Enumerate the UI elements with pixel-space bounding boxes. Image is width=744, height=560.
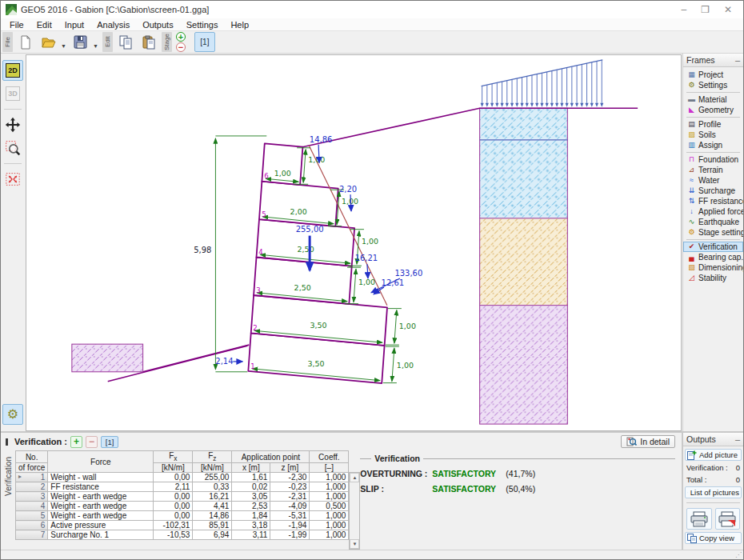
frames-item-foundation[interactable]: ⊓Foundation: [683, 154, 743, 165]
project-icon: ▦: [687, 71, 696, 78]
terrain-icon: ⊿: [687, 166, 696, 174]
table-row[interactable]: 4Weight - earth wedge0,004,412,53-4,090,…: [16, 502, 349, 511]
maximize-window-icon[interactable]: ❒: [701, 4, 710, 15]
frames-item-profile[interactable]: ▤Profile: [683, 119, 743, 130]
save-file-button[interactable]: [70, 32, 91, 52]
save-icon: [74, 35, 87, 49]
in-detail-icon: [626, 437, 637, 446]
table-row[interactable]: 3Weight - earth wedge0,0016,213,05-2,311…: [16, 492, 349, 502]
drawing-canvas[interactable]: 5,98 3,50 3,50 2,50 2,50 2,00 1,00 1: [26, 54, 682, 431]
remove-stage-button[interactable]: −: [176, 42, 186, 52]
table-scrollbar[interactable]: ▲ ▼: [349, 472, 360, 550]
frames-item-stage-settings[interactable]: ⚙Stage settings: [683, 227, 743, 238]
close-window-icon[interactable]: ✕: [724, 4, 732, 15]
frames-item-earthquake[interactable]: ∿Earthquake: [683, 217, 743, 227]
menu-analysis[interactable]: Analysis: [91, 20, 135, 30]
pan-button[interactable]: [2, 114, 23, 135]
frames-item-stability[interactable]: ◿Stability: [683, 273, 743, 283]
open-file-button[interactable]: [38, 32, 59, 52]
paste-button[interactable]: [138, 32, 159, 52]
scroll-up-icon[interactable]: ▲: [350, 473, 359, 482]
view-2d-button[interactable]: 2D: [2, 60, 23, 81]
assign-icon: ▥: [687, 142, 696, 149]
in-detail-button[interactable]: In detail: [621, 435, 675, 448]
table-row[interactable]: ▸1Weight - wall0,00255,001,61-2,301,000: [16, 473, 349, 482]
copy-view-button[interactable]: Copy view: [685, 532, 742, 544]
width-label-4: 2,50: [298, 245, 314, 254]
panel-grip[interactable]: [6, 438, 8, 446]
block-number-2: 2: [253, 324, 257, 332]
add-stage-button[interactable]: +: [176, 32, 186, 42]
height-label-2: 1,00: [399, 322, 416, 330]
bearing-icon: ▄: [687, 254, 696, 261]
menu-file[interactable]: File: [4, 20, 30, 30]
menu-edit[interactable]: Edit: [31, 20, 58, 30]
frames-minimize-icon[interactable]: –: [735, 57, 740, 63]
stage-1-button[interactable]: [1]: [194, 32, 215, 52]
frames-item-dimensioning[interactable]: ▧Dimensioning: [683, 262, 743, 273]
print-preview-button[interactable]: [715, 508, 741, 530]
menu-help[interactable]: Help: [225, 20, 254, 30]
frames-item-bearing-cap-[interactable]: ▄Bearing cap.: [683, 252, 743, 262]
width-label-2: 3,50: [310, 321, 327, 330]
frames-item-settings[interactable]: ⚙Settings: [683, 80, 743, 90]
verification-header-label: Verification :: [14, 437, 67, 446]
col-header-fx: Fx: [154, 451, 193, 463]
outputs-minimize-icon[interactable]: –: [735, 436, 740, 442]
fit-to-view-button[interactable]: [2, 169, 23, 190]
frames-item-verification[interactable]: ✔Verification: [683, 242, 743, 252]
col-header-application-point: Application point: [232, 451, 310, 463]
foundation-icon: ⊓: [687, 156, 696, 163]
surcharge-icon: ⇊: [687, 187, 696, 194]
frames-item-terrain[interactable]: ⊿Terrain: [683, 165, 743, 175]
outputs-title: Outputs: [686, 434, 716, 444]
copy-button[interactable]: [115, 32, 136, 52]
frames-item-water[interactable]: ≈Water: [683, 175, 743, 186]
gear-icon: ⚙: [7, 408, 18, 421]
ff-resistance-icon: ⇅: [687, 198, 696, 205]
col-header-no: No.: [16, 451, 48, 463]
frames-item-assign[interactable]: ▥Assign: [683, 140, 743, 150]
table-row[interactable]: 6Active pressure-102,3185,913,18-1,941,0…: [16, 521, 349, 530]
zoom-button[interactable]: [2, 138, 23, 158]
height-label-3: 1,00: [358, 278, 375, 286]
frames-item-applied-forces[interactable]: ↓Applied forces: [683, 206, 743, 217]
table-row[interactable]: 5Weight - earth wedge0,0014,861,84-5,311…: [16, 511, 349, 521]
geometry-icon: ◣: [687, 106, 696, 114]
force-label-surcharge: 12,61: [382, 278, 405, 287]
list-of-pictures-button[interactable]: List of pictures: [685, 486, 742, 498]
app-window: GEO5 2016 - Gabion [C:\Gabion\screen-01.…: [0, 0, 744, 560]
view-3d-button[interactable]: 3D: [2, 83, 23, 104]
resize-grip-icon[interactable]: ⋰: [735, 552, 743, 558]
menu-input[interactable]: Input: [59, 20, 90, 30]
verification-stage-button[interactable]: [1]: [101, 436, 118, 448]
frames-item-surcharge[interactable]: ⇊Surcharge: [683, 186, 743, 196]
add-verification-button[interactable]: +: [70, 436, 82, 448]
scroll-down-icon[interactable]: ▼: [350, 539, 359, 549]
open-dropdown-icon[interactable]: ▼: [61, 43, 66, 49]
width-label-3: 2,50: [294, 283, 311, 292]
drawing-settings-button[interactable]: ⚙: [2, 404, 23, 425]
frames-item-soils[interactable]: ▨Soils: [683, 130, 743, 140]
verification-side-tab[interactable]: Verification: [1, 449, 15, 550]
height-label-1: 1,00: [397, 361, 414, 370]
menu-outputs[interactable]: Outputs: [137, 20, 179, 30]
add-picture-button[interactable]: Add picture: [685, 449, 742, 461]
frames-item-ff-resistance[interactable]: ⇅FF resistance: [683, 196, 743, 206]
copy-icon: [118, 35, 133, 50]
save-dropdown-icon[interactable]: ▼: [93, 43, 98, 49]
minimize-window-icon[interactable]: –: [681, 4, 686, 15]
stage-settings-icon: ⚙: [687, 229, 696, 236]
frames-item-geometry[interactable]: ◣Geometry: [683, 105, 743, 115]
main-toolbar: File ▼ ▼ Edit: [1, 30, 743, 54]
frames-item-project[interactable]: ▦Project: [683, 70, 743, 80]
table-row[interactable]: 7Surcharge No. 1-10,536,943,11-1,991,000: [16, 530, 349, 540]
toolbar-group-file-label: File: [2, 32, 13, 52]
table-row[interactable]: 2FF resistance2,110,330,02-0,231,000: [16, 482, 349, 492]
remove-verification-button[interactable]: −: [86, 436, 98, 448]
frames-item-material[interactable]: ▬Material: [683, 94, 743, 105]
menu-settings[interactable]: Settings: [181, 20, 224, 30]
new-file-button[interactable]: [15, 32, 36, 52]
print-button[interactable]: [686, 508, 712, 530]
verification-results: Verification OVERTURNING : SATISFACTORY …: [349, 449, 682, 550]
